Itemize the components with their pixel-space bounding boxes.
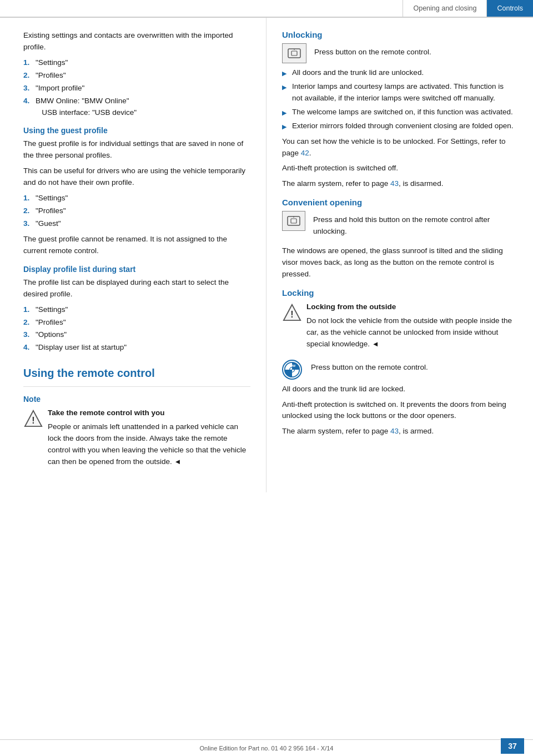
list-item: ▶ Interior lamps and courtesy lamps are …: [282, 81, 515, 104]
list-item: 3. "Options": [23, 329, 250, 341]
list-item: 1. "Settings": [23, 57, 250, 69]
svg-rect-3: [291, 51, 297, 56]
list-item: 3. "Import profile": [23, 83, 250, 94]
list-item: ▶ Exterior mirrors folded through conven…: [282, 120, 515, 132]
unlocking-p1: You can set how the vehicle is to be unl…: [282, 136, 515, 159]
warning-triangle-icon: !: [23, 409, 43, 429]
svg-text:BMW: BMW: [289, 365, 296, 367]
locking-warning-content: Locking from the outside Do not lock the…: [306, 301, 515, 354]
guest-profile-p1: The guest profile is for individual sett…: [23, 138, 250, 162]
arrow-icon: ▶: [282, 108, 292, 118]
locking-press-text: Press button on the remote control.: [311, 359, 428, 374]
convenient-press-text: Press and hold this button on the remote…: [313, 211, 515, 238]
locking-p3: The alarm system, refer to page 43, is a…: [282, 426, 515, 437]
locking-p1: All doors and the trunk lid are locked.: [282, 384, 515, 395]
link-page42[interactable]: 42: [301, 149, 309, 157]
import-profile-list: 1. "Settings" 2. "Profiles" 3. "Import p…: [23, 57, 250, 119]
footer-text: Online Edition for Part no. 01 40 2 956 …: [200, 745, 334, 752]
svg-rect-6: [291, 219, 296, 223]
unlocking-bullet-list: ▶ All doors and the trunk lid are unlock…: [282, 67, 515, 132]
arrow-icon: ▶: [282, 83, 292, 92]
convenient-opening-heading: Convenient opening: [282, 198, 515, 207]
svg-rect-5: [288, 216, 300, 225]
list-item: ▶ All doors and the trunk lid are unlock…: [282, 67, 515, 79]
list-item: 2. "Profiles": [23, 70, 250, 82]
locking-warning-icon: !: [282, 303, 302, 322]
note-content: Take the remote control with you People …: [48, 407, 250, 472]
locking-warning-line1: Locking from the outside: [306, 301, 515, 313]
note-warning-p: People or animals left unattended in a p…: [48, 421, 250, 468]
bmw-logo-row: BMW Press button on the remote control.: [282, 359, 515, 380]
list-item: 1. "Settings": [23, 304, 250, 316]
list-item: 2. "Profiles": [23, 317, 250, 329]
unlocking-press-text: Press button on the remote control.: [314, 43, 431, 58]
remote-control-icon: [282, 43, 306, 63]
top-nav: Opening and closing Controls: [0, 0, 533, 18]
display-profile-heading: Display profile list during start: [23, 265, 250, 274]
svg-text:!: !: [290, 309, 293, 319]
unlocking-p3: The alarm system, refer to page 43, is d…: [282, 178, 515, 190]
guest-profile-list: 1. "Settings" 2. "Profiles" 3. "Guest": [23, 193, 250, 230]
arrow-icon: ▶: [282, 122, 292, 132]
nav-controls: Controls: [486, 0, 533, 17]
convenient-p1: The windows are opened, the glass sunroo…: [282, 245, 515, 280]
guest-profile-note: The guest profile cannot be renamed. It …: [23, 234, 250, 257]
link-page43-locking[interactable]: 43: [390, 427, 399, 435]
locking-end-marker: ◄: [372, 340, 379, 348]
locking-heading: Locking: [282, 288, 515, 298]
remote-hold-icon: [282, 211, 305, 231]
divider: [23, 386, 250, 387]
remote-control-heading: Using the remote control: [23, 367, 250, 380]
end-marker: ◄: [174, 457, 181, 466]
unlocking-icon-row: Press button on the remote control.: [282, 43, 515, 63]
list-item: 1. "Settings": [23, 193, 250, 204]
list-item: 2. "Profiles": [23, 205, 250, 217]
left-column: Existing settings and contacts are overw…: [0, 18, 266, 492]
unlocking-heading: Unlocking: [282, 30, 515, 39]
list-item: ▶ The welcome lamps are switched on, if …: [282, 107, 515, 118]
intro-text: Existing settings and contacts are overw…: [23, 30, 250, 53]
nav-opening-closing: Opening and closing: [403, 0, 486, 17]
note-heading: Note: [23, 395, 250, 404]
locking-warning-p: Do not lock the vehicle from the outside…: [306, 315, 515, 350]
locking-warning-box: ! Locking from the outside Do not lock t…: [282, 301, 515, 354]
display-profile-p1: The profile list can be displayed during…: [23, 277, 250, 300]
right-column: Unlocking Press button on the remote con…: [266, 18, 533, 492]
note-box: ! Take the remote control with you Peopl…: [23, 407, 250, 472]
list-item: 4. "Display user list at startup": [23, 342, 250, 354]
list-item: 3. "Guest": [23, 218, 250, 230]
link-page43[interactable]: 43: [390, 179, 399, 188]
guest-profile-p2: This can be useful for drivers who are u…: [23, 165, 250, 189]
svg-text:!: !: [32, 416, 34, 426]
unlocking-p2: Anti-theft protection is switched off.: [282, 163, 515, 174]
guest-profile-heading: Using the guest profile: [23, 126, 250, 135]
convenient-icon-row: Press and hold this button on the remote…: [282, 211, 515, 241]
bmw-logo-icon: BMW: [282, 360, 302, 380]
svg-rect-2: [288, 49, 300, 58]
footer: Online Edition for Part no. 01 40 2 956 …: [0, 739, 533, 756]
arrow-icon: ▶: [282, 69, 292, 78]
locking-p2: Anti-theft protection is switched on. It…: [282, 399, 515, 422]
list-item: 4. BMW Online: "BMW Online" USB interfac…: [23, 95, 250, 119]
page-number: 37: [501, 738, 524, 754]
content-wrapper: Existing settings and contacts are overw…: [0, 18, 533, 492]
note-warning-line1: Take the remote control with you: [48, 407, 250, 419]
display-profile-list: 1. "Settings" 2. "Profiles" 3. "Options"…: [23, 304, 250, 354]
